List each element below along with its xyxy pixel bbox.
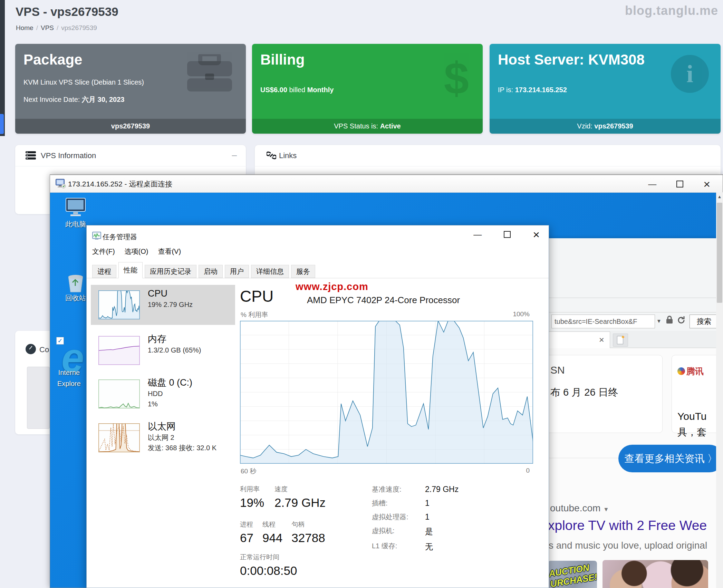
stat-利用率: 利用率19% [240,485,264,510]
breadcrumb: Home/VPS/vps2679539 [16,24,97,32]
result-url: outube.com ▼ [550,503,609,514]
stat-value: 32788 [291,531,325,545]
tm-sidebar-item-disk[interactable]: 磁盘 0 (C:)HDD1% [91,374,235,417]
host-card-footer[interactable]: Vzid: vps2679539 [490,119,721,134]
right-stat-label: 虚拟处理器: [372,512,424,522]
tm-performance-pane: CPU www.zjcp.com AMD EPYC 7402P 24-Core … [235,278,549,588]
result-link[interactable]: xplore TV with 2 Free Wee [548,518,707,533]
task-manager-window: 任务管理器 — × 文件(F)选项(O)查看(V) 进程性能应用历史记录启动用户… [86,225,549,588]
stat-速度: 速度2.79 GHz [274,485,326,510]
right-stat-row: 基准速度:2.79 GHz [372,485,459,494]
address-bar[interactable]: tube&src=IE-SearchBox&F [551,315,655,328]
tm-tab-应用历史记录[interactable]: 应用历史记录 [145,265,196,278]
ie-page-content: SN 布 6 月 26 日终 腾讯 YouTu 具，套 查看更多相关资讯 〉 o… [549,348,723,588]
address-dropdown-icon[interactable]: ▼ [656,318,662,324]
result-thumbnail-auction[interactable]: AUCTIONURCHASE! [548,561,597,588]
tab-close-icon[interactable]: × [599,335,604,345]
ie-label-line1: Interne [52,369,86,377]
mini-chart-memory [98,336,140,365]
package-plan: KVM Linux VPS Slice (Debian 1 Slices) [23,78,144,86]
tm-menu-item[interactable]: 查看(V) [158,247,181,256]
stat-label: 进程 [240,520,253,529]
refresh-icon[interactable] [676,315,686,325]
tm-tab-用户[interactable]: 用户 [225,265,249,278]
task-manager-icon [92,232,101,240]
uptime-label: 正常运行时间 [240,553,297,562]
rdp-minimize-button[interactable]: — [648,179,656,189]
tm-tab-启动[interactable]: 启动 [199,265,223,278]
mini-chart-cpu [98,290,140,319]
lock-icon [665,315,674,324]
vps-information-header: VPS Information – [15,145,246,166]
sidebar-item-title: CPU [148,288,193,299]
sidebar-item-detail: 以太网 2 [148,432,216,443]
collapse-button[interactable]: – [232,150,237,161]
tm-close-button[interactable]: × [533,231,540,238]
host-server-card[interactable]: Host Server: KVM308 i IP is: 173.214.165… [490,44,721,134]
tm-menu-item[interactable]: 选项(O) [125,247,148,256]
tm-minimize-button[interactable]: — [473,230,482,239]
package-card[interactable]: Package KVM Linux VPS Slice (Debian 1 Sl… [15,44,246,134]
stat-label: 利用率 [240,485,264,494]
result-thumbnail-photo[interactable] [602,560,708,588]
icon-selection-checkbox[interactable]: ✓ [56,337,64,345]
tm-maximize-button[interactable] [504,231,511,238]
billing-mid: billed [287,86,307,94]
task-manager-title: 任务管理器 [103,232,137,242]
billing-card-footer[interactable]: VPS Status is: Active [252,119,483,134]
tm-tab-详细信息[interactable]: 详细信息 [251,265,289,278]
breadcrumb-item[interactable]: VPS [41,24,54,31]
new-tab-button[interactable]: ✦ [613,334,628,347]
tm-menu-item[interactable]: 文件(F) [92,247,115,256]
tencent-brand: 腾讯 [677,366,704,377]
news-card-right[interactable]: 腾讯 YouTu 具，套 [672,355,723,433]
stat-value: 67 [240,531,253,545]
search-button[interactable]: 搜索 [690,315,719,328]
right-stat-value: 无 [425,541,433,552]
breadcrumb-item[interactable]: Home [16,24,33,31]
vps-information-title: VPS Information [41,151,96,160]
recycle-bin-icon[interactable]: 回收站 [65,272,86,303]
ie-active-tab[interactable]: × [549,331,610,348]
package-next-invoice: Next Invoice Date: 六月 30, 2023 [23,95,124,104]
tm-tab-进程[interactable]: 进程 [92,265,116,278]
rdp-close-button[interactable]: × [703,181,710,187]
billing-amount-line: US$6.00 billed Monthly [260,86,334,94]
briefcase-icon [187,54,232,92]
sidebar-item-detail: 发送: 368 接收: 32.0 K [148,443,216,453]
ie-toolbar-area [549,238,723,312]
cpu-model-name: AMD EPYC 7402P 24-Core Processor [307,295,460,306]
more-news-button[interactable]: 查看更多相关资讯 〉 [618,445,723,472]
gauge-icon [26,344,36,354]
rdp-maximize-button[interactable] [676,181,683,187]
tm-sidebar-item-ethernet[interactable]: 以太网以太网 2发送: 368 接收: 32.0 K [91,418,235,463]
rdp-window-title: 173.214.165.252 - 远程桌面连接 [68,179,172,189]
this-pc-icon[interactable]: 此电脑 [64,197,87,229]
news-card-left[interactable]: SN 布 6 月 26 日终 [539,355,663,433]
ip-value: 173.214.165.252 [515,86,567,94]
scroll-up-icon[interactable]: ▲ [716,193,723,201]
tencent-brand-text: 腾讯 [686,366,704,376]
rdp-titlebar[interactable]: 173.214.165.252 - 远程桌面连接 — × [50,175,723,193]
scrollbar-thumb[interactable] [717,203,722,303]
content-divider [549,458,619,458]
tm-sidebar-item-cpu[interactable]: CPU19% 2.79 GHz [91,285,235,325]
news-left-heading: SN [550,364,565,376]
rdp-icon [56,179,66,189]
news-right-line1: YouTu [677,411,707,422]
billing-card[interactable]: Billing $ US$6.00 billed Monthly VPS Sta… [252,44,483,134]
vertical-scrollbar[interactable]: ▲ [716,192,723,588]
vps-status-value: Active [380,122,401,130]
result-url-dropdown-icon[interactable]: ▼ [603,506,609,513]
package-card-footer[interactable]: vps2679539 [15,119,246,134]
sidebar-active-indicator[interactable] [0,114,4,134]
tm-menubar: 文件(F)选项(O)查看(V) [92,247,181,256]
cpu-stats-row1: 利用率19%速度2.79 GHz [240,485,326,510]
tm-sidebar-item-memory[interactable]: 内存1.3/2.0 GB (65%) [91,330,235,370]
stat-label: 线程 [262,520,282,529]
right-stat-row: 虚拟机:是 [372,526,459,537]
vzid-value: vps2679539 [594,122,633,130]
tm-sidebar: CPU19% 2.79 GHz内存1.3/2.0 GB (65%)磁盘 0 (C… [87,278,235,588]
tm-tab-性能[interactable]: 性能 [118,262,143,278]
tm-tab-服务[interactable]: 服务 [291,265,315,278]
